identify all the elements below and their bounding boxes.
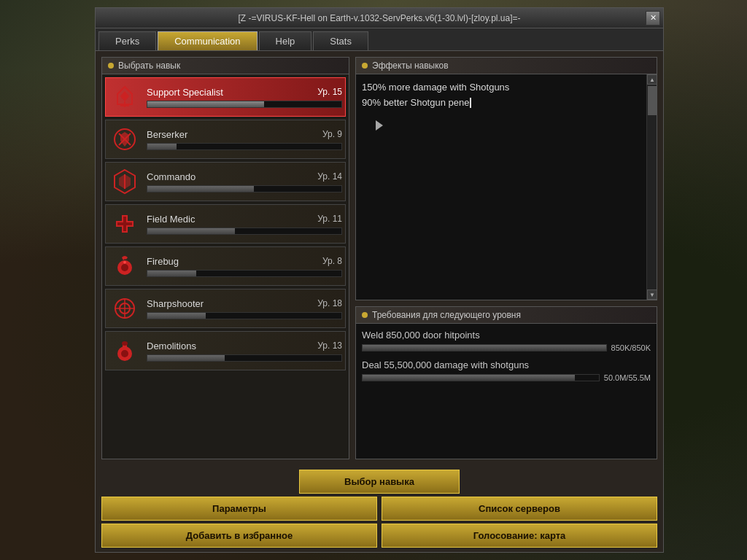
support-icon — [109, 81, 141, 113]
right-panel: Эффекты навыков 150% more damage with Sh… — [355, 57, 657, 459]
text-cursor — [470, 98, 471, 108]
sharpshooter-progress-bg — [147, 312, 342, 319]
demolitions-name-row: Demolitions Ур. 13 — [147, 341, 342, 351]
req-2-value: 50.0M/55.5M — [604, 373, 651, 382]
requirement-2: Deal 55,500,000 damage with shotguns 50.… — [362, 359, 651, 382]
firebug-progress-bg — [147, 270, 342, 277]
effects-label: Эффекты навыков — [372, 61, 449, 71]
commando-info: Commando Ур. 14 — [147, 171, 342, 192]
sharpshooter-level: Ур. 18 — [317, 298, 342, 308]
choose-perk-button[interactable]: Выбор навыка — [299, 470, 460, 494]
support-info: Support Specialist Ур. 15 — [147, 87, 342, 108]
tab-help[interactable]: Help — [259, 31, 312, 50]
medic-level: Ур. 11 — [317, 214, 342, 224]
firebug-level: Ур. 8 — [322, 256, 342, 266]
perk-item-berserker[interactable]: Berserker Ур. 9 — [105, 120, 346, 159]
commando-name: Commando — [147, 171, 196, 182]
sharpshooter-icon — [109, 292, 141, 324]
perk-item-firebug[interactable]: Firebug Ур. 8 — [105, 246, 346, 286]
cursor-arrow — [376, 120, 383, 131]
scroll-down-arrow[interactable]: ▼ — [647, 289, 657, 300]
sharpshooter-name-row: Sharpshooter Ур. 18 — [147, 298, 342, 309]
perk-item-medic[interactable]: Field Medic Ур. 11 — [105, 204, 346, 244]
tab-stats[interactable]: Stats — [313, 31, 368, 50]
effects-dot — [362, 63, 368, 69]
scroll-track[interactable] — [647, 85, 657, 289]
perk-item-commando[interactable]: Commando Ур. 14 — [105, 162, 346, 201]
firebug-info: Firebug Ур. 8 — [147, 256, 342, 277]
commando-progress-fill — [147, 186, 254, 192]
effects-body: 150% more damage with Shotguns 90% bette… — [356, 74, 646, 300]
tab-perks[interactable]: Perks — [98, 31, 156, 50]
demolitions-progress-fill — [147, 355, 225, 361]
firebug-progress-fill — [147, 271, 196, 276]
choose-perk-row: Выбор навыка — [101, 470, 657, 494]
commando-progress-bg — [147, 185, 342, 192]
perk-item-support[interactable]: Support Specialist Ур. 15 — [105, 77, 346, 117]
medic-name: Field Medic — [147, 214, 195, 225]
effects-header: Эффекты навыков — [355, 57, 657, 74]
requirements-body: Weld 850,000 door hitpoints 850K/850K De… — [355, 323, 657, 459]
commando-level: Ур. 14 — [317, 171, 342, 182]
req-2-text: Deal 55,500,000 damage with shotguns — [362, 359, 651, 370]
berserker-level: Ур. 9 — [322, 129, 342, 139]
main-window: [Z -=VIRUS-KF-Hell on Earth-v.1032-ServP… — [95, 7, 664, 553]
sharpshooter-progress-fill — [147, 313, 206, 319]
perk-select-label: Выбрать навык — [118, 61, 180, 71]
berserker-progress-bg — [147, 143, 342, 150]
requirements-header: Требования для следующего уровня — [355, 306, 657, 323]
favorite-vote-row: Добавить в избранное Голосование: карта — [101, 524, 657, 548]
berserker-info: Berserker Ур. 9 — [147, 129, 342, 150]
parameters-button[interactable]: Параметры — [101, 497, 377, 521]
req-1-value: 850K/850K — [611, 343, 651, 352]
requirements-label: Требования для следующего уровня — [372, 310, 521, 320]
support-progress-fill — [147, 101, 264, 107]
req-2-bar-container: 50.0M/55.5M — [362, 373, 651, 382]
svg-point-22 — [122, 341, 128, 346]
medic-progress-bg — [147, 228, 342, 235]
demolitions-info: Demolitions Ур. 13 — [147, 341, 342, 362]
sharpshooter-name: Sharpshooter — [147, 298, 204, 309]
server-list-button[interactable]: Список серверов — [382, 497, 657, 521]
berserker-name: Berserker — [147, 129, 187, 140]
title-bar: [Z -=VIRUS-KF-Hell on Earth-v.1032-ServP… — [96, 8, 663, 28]
effects-scrollbar[interactable]: ▲ ▼ — [646, 74, 657, 300]
svg-marker-1 — [120, 91, 129, 101]
requirement-1: Weld 850,000 door hitpoints 850K/850K — [362, 330, 651, 352]
support-level: Ур. 15 — [317, 87, 342, 97]
tab-bar: Perks Communication Help Stats — [96, 28, 663, 51]
firebug-name: Firebug — [147, 256, 179, 267]
svg-point-15 — [121, 264, 128, 271]
medic-icon — [109, 208, 141, 240]
commando-name-row: Commando Ур. 14 — [147, 171, 342, 182]
bottom-section: Выбор навыка Параметры Список серверов Д… — [96, 465, 663, 552]
vote-map-button[interactable]: Голосование: карта — [382, 524, 657, 548]
demolitions-name: Demolitions — [147, 341, 196, 351]
header-dot — [108, 63, 114, 69]
req-1-text: Weld 850,000 door hitpoints — [362, 330, 651, 341]
perk-item-demolitions[interactable]: Demolitions Ур. 13 — [105, 331, 346, 370]
firebug-icon — [109, 250, 141, 282]
svg-rect-13 — [117, 222, 132, 225]
berserker-progress-fill — [147, 144, 177, 149]
firebug-name-row: Firebug Ур. 8 — [147, 256, 342, 267]
tab-communication[interactable]: Communication — [158, 31, 257, 50]
berserker-icon — [109, 123, 141, 155]
demolitions-icon — [109, 335, 141, 367]
perk-item-sharpshooter[interactable]: Sharpshooter Ур. 18 — [105, 289, 346, 328]
scroll-up-arrow[interactable]: ▲ — [647, 74, 657, 85]
support-name: Support Specialist — [147, 87, 223, 98]
effect-line-1: 150% more damage with Shotguns — [362, 80, 640, 96]
effect-line-2: 90% better Shotgun pene — [362, 96, 640, 111]
close-button[interactable]: ✕ — [646, 11, 660, 26]
medic-progress-fill — [147, 228, 235, 234]
left-panel: Выбрать навык Support — [101, 57, 349, 459]
scroll-thumb[interactable] — [648, 86, 657, 115]
medic-info: Field Medic Ур. 11 — [147, 214, 342, 235]
support-progress-bg — [147, 101, 342, 108]
support-name-row: Support Specialist Ур. 15 — [147, 87, 342, 98]
perk-select-header: Выбрать навык — [101, 57, 349, 74]
requirements-dot — [362, 312, 368, 318]
params-servers-row: Параметры Список серверов — [101, 497, 657, 521]
add-favorite-button[interactable]: Добавить в избранное — [101, 524, 377, 548]
